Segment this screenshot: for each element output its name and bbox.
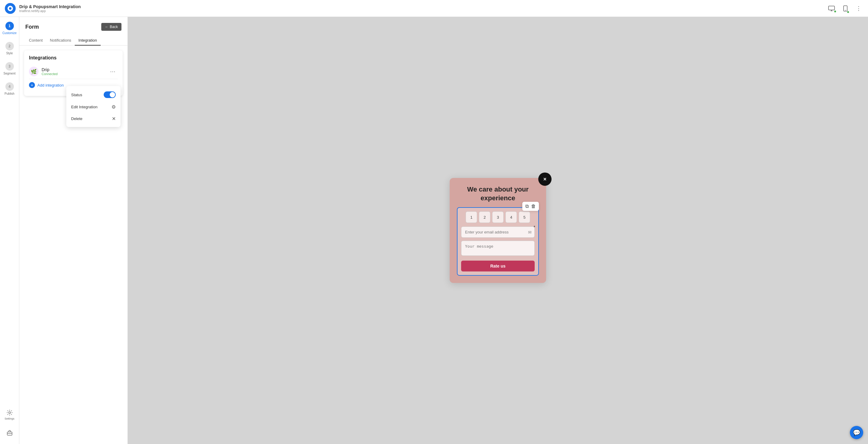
drip-name: Drip	[41, 67, 58, 72]
add-icon: +	[29, 82, 35, 88]
dropdown-menu: Status Edit Integration ⚙ Delete ✕	[66, 86, 121, 127]
drip-more-button[interactable]: ⋯	[107, 67, 118, 76]
page-title: Drip & Popupsmart Integration	[19, 4, 434, 9]
back-arrow-icon: ←	[105, 25, 108, 29]
panel-title: Form	[25, 24, 39, 30]
gear-icon: ⚙	[112, 104, 116, 110]
integrations-title: Integrations	[29, 55, 118, 61]
back-label: Back	[110, 25, 118, 29]
sidebar-item-segment[interactable]: 3 Segment	[3, 62, 16, 75]
dropdown-status-item[interactable]: Status	[66, 88, 121, 101]
page-subtitle: trialfirst.netlify.app	[19, 9, 434, 13]
step-label-segment: Segment	[3, 72, 16, 75]
tab-content[interactable]: Content	[25, 36, 46, 46]
delete-label: Delete	[71, 116, 83, 121]
step-circle-2: 2	[5, 42, 14, 50]
step-label-style: Style	[6, 52, 13, 55]
step-circle-1: 1	[5, 22, 14, 30]
drip-icon: 🌿	[29, 67, 38, 76]
sidebar-item-style[interactable]: 2 Style	[5, 42, 14, 55]
status-toggle[interactable]	[104, 91, 116, 98]
step-label-customize: Customize	[2, 31, 17, 35]
app-logo	[5, 3, 16, 14]
panel-header: Form ← Back	[19, 17, 127, 31]
tab-notifications[interactable]: Notifications	[46, 36, 75, 46]
drip-status: Connected	[41, 72, 58, 76]
edit-integration-label: Edit Integration	[71, 105, 97, 109]
left-sidebar: 1 Customize 2 Style 3 Segment 4 Publish …	[0, 17, 19, 222]
main-content: × We care about your experience ⧉ 🗑 1 2 …	[128, 17, 434, 222]
sidebar-item-publish[interactable]: 4 Publish	[4, 82, 14, 95]
step-circle-4: 4	[5, 82, 14, 91]
sidebar-item-customize[interactable]: 1 Customize	[2, 22, 17, 35]
topbar-title-block: Drip & Popupsmart Integration trialfirst…	[19, 4, 434, 13]
topbar: Drip & Popupsmart Integration trialfirst…	[0, 0, 434, 17]
dropdown-delete-item[interactable]: Delete ✕	[66, 113, 121, 125]
panel-tabs: Content Notifications Integration	[19, 31, 127, 46]
step-circle-3: 3	[5, 62, 14, 70]
drip-integration-item: 🌿 Drip Connected ⋯	[29, 64, 118, 79]
x-icon: ✕	[112, 116, 116, 122]
status-label: Status	[71, 93, 82, 97]
step-label-publish: Publish	[4, 92, 14, 95]
dropdown-edit-item[interactable]: Edit Integration ⚙	[66, 101, 121, 113]
back-button[interactable]: ← Back	[101, 23, 121, 31]
toggle-knob	[110, 92, 115, 97]
add-integration-label: Add integration	[37, 83, 64, 87]
tab-integration[interactable]: Integration	[75, 36, 100, 46]
